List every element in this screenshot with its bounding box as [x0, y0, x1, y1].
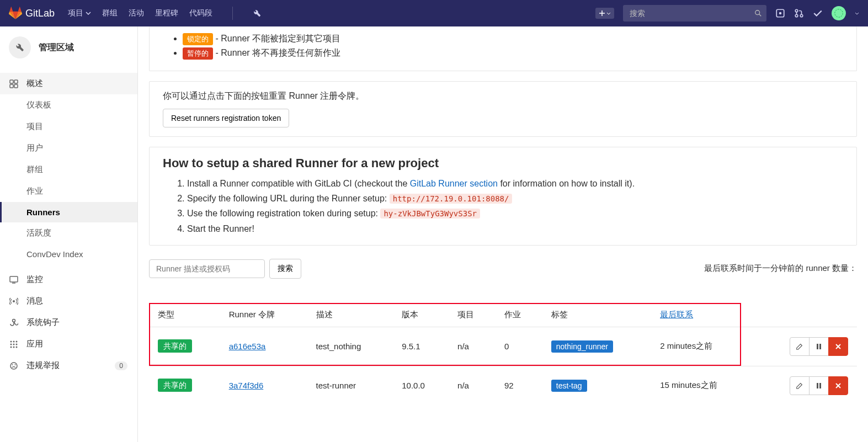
- runner-desc: test_nothing: [307, 327, 393, 366]
- sidebar-title: 管理区域: [39, 42, 74, 54]
- sidebar-apps[interactable]: 应用: [0, 333, 137, 355]
- svg-rect-26: [817, 344, 818, 349]
- nav-snippets[interactable]: 代码段: [189, 8, 212, 18]
- sidebar-jobs[interactable]: 作业: [0, 180, 137, 202]
- svg-point-18: [13, 343, 15, 345]
- pause-button[interactable]: [809, 376, 829, 395]
- sidebar-convdev[interactable]: ConvDev Index: [0, 244, 137, 264]
- sidebar-activity[interactable]: 活跃度: [0, 222, 137, 244]
- svg-point-5: [800, 14, 803, 17]
- svg-point-2: [779, 12, 782, 15]
- issues-icon[interactable]: [775, 8, 785, 18]
- runners-table: 类型 Runner 令牌 描述 版本 项目 作业 标签 最后联系 共享的 a61…: [149, 303, 857, 405]
- hook-icon: [9, 318, 19, 327]
- filter-row: 搜索 最后联系时间于一分钟前的 runner 数量：: [149, 259, 857, 279]
- svg-point-0: [755, 10, 760, 15]
- sidebar-projects[interactable]: 项目: [0, 116, 137, 137]
- pencil-icon: [796, 343, 803, 350]
- edit-button[interactable]: [790, 376, 810, 395]
- runner-last: 15 minutes之前: [651, 366, 753, 405]
- pause-icon: [816, 382, 822, 389]
- abuse-badge: 0: [115, 361, 127, 370]
- gitlab-logo[interactable]: GitLab: [9, 7, 55, 20]
- th-desc: 描述: [307, 303, 393, 327]
- svg-point-21: [13, 346, 15, 348]
- runner-jobs: 0: [496, 327, 542, 366]
- howto-step3: Use the following registration token dur…: [187, 206, 843, 221]
- todos-icon[interactable]: [813, 8, 823, 18]
- sidebar-overview[interactable]: 概述: [0, 73, 137, 94]
- abuse-icon: [9, 361, 19, 370]
- svg-point-25: [15, 364, 16, 365]
- svg-rect-7: [10, 80, 13, 83]
- reset-text: 你可以通过点击下面的按钮重置 Runner 注册令牌。: [163, 90, 843, 102]
- nav-projects[interactable]: 项目: [68, 8, 91, 18]
- edit-button[interactable]: [790, 337, 810, 356]
- close-icon: [835, 343, 842, 350]
- runner-last: 2 minutes之前: [651, 327, 753, 366]
- new-button[interactable]: [595, 8, 614, 19]
- delete-button[interactable]: [828, 337, 848, 356]
- sidebar-messages[interactable]: 消息: [0, 290, 137, 312]
- apps-icon: [9, 340, 19, 349]
- svg-point-23: [10, 363, 17, 369]
- svg-rect-11: [10, 276, 18, 282]
- nav-milestones[interactable]: 里程碑: [155, 8, 178, 18]
- svg-point-17: [10, 343, 12, 345]
- runner-tag: nothing_runner: [551, 340, 613, 353]
- wrench-icon: [9, 36, 31, 58]
- admin-wrench-icon[interactable]: [253, 9, 262, 18]
- sidebar-groups[interactable]: 群组: [0, 159, 137, 180]
- chevron-down-icon: [86, 12, 91, 15]
- table-row: 共享的 a616e53a test_nothing 9.5.1 n/a 0 no…: [149, 327, 857, 366]
- status-legend-card: 锁定的 - Runner 不能被指定到其它项目 暂停的 - Runner 将不再…: [149, 26, 857, 71]
- user-avatar[interactable]: [832, 6, 846, 20]
- sidebar-monitor[interactable]: 监控: [0, 269, 137, 290]
- pencil-icon: [796, 382, 803, 390]
- reset-token-button[interactable]: Reset runners registration token: [163, 109, 289, 127]
- th-tags: 标签: [542, 303, 651, 327]
- howto-step4: Start the Runner!: [187, 221, 843, 236]
- runner-token-link[interactable]: 3a74f3d6: [229, 381, 264, 390]
- runner-token-link[interactable]: a616e53a: [229, 342, 266, 351]
- svg-point-19: [16, 343, 18, 345]
- runner-version: 9.5.1: [393, 327, 449, 366]
- howto-card: How to setup a shared Runner for a new p…: [149, 147, 857, 246]
- search-input[interactable]: [623, 5, 766, 22]
- table-row: 共享的 3a74f3d6 test-runner 10.0.0 n/a 92 t…: [149, 366, 857, 405]
- th-last[interactable]: 最后联系: [651, 303, 753, 327]
- svg-point-14: [10, 340, 12, 342]
- svg-point-16: [16, 340, 18, 342]
- filter-input[interactable]: [149, 259, 265, 278]
- filter-search-button[interactable]: 搜索: [269, 259, 301, 279]
- th-type: 类型: [149, 303, 220, 327]
- runner-section-link[interactable]: GitLab Runner section: [410, 179, 498, 188]
- sidebar-hooks[interactable]: 系统钩子: [0, 312, 137, 333]
- svg-rect-9: [10, 84, 13, 88]
- th-jobs: 作业: [496, 303, 542, 327]
- sidebar-abuse[interactable]: 违规举报 0: [0, 355, 137, 376]
- broadcast-icon: [9, 297, 19, 306]
- th-version: 版本: [393, 303, 449, 327]
- sidebar-dashboard[interactable]: 仪表板: [0, 94, 137, 116]
- pause-button[interactable]: [809, 337, 829, 356]
- close-icon: [835, 382, 842, 389]
- header-right: [595, 5, 859, 22]
- chevron-down-icon: [606, 12, 611, 15]
- runner-projects: n/a: [449, 327, 496, 366]
- plus-icon: [599, 10, 605, 17]
- svg-point-24: [12, 364, 13, 365]
- runner-projects: n/a: [449, 366, 496, 405]
- delete-button[interactable]: [828, 376, 848, 395]
- svg-point-15: [13, 340, 15, 342]
- nav-activity[interactable]: 活动: [129, 8, 144, 18]
- pause-icon: [816, 343, 822, 350]
- sidebar-users[interactable]: 用户: [0, 137, 137, 159]
- search-icon: [754, 9, 762, 17]
- merge-requests-icon[interactable]: [794, 8, 804, 18]
- legend-paused: 暂停的 - Runner 将不再接受任何新作业: [183, 47, 843, 60]
- nav-links: 项目 群组 活动 里程碑 代码段: [68, 7, 262, 20]
- nav-groups[interactable]: 群组: [102, 8, 118, 18]
- reset-token-card: 你可以通过点击下面的按钮重置 Runner 注册令牌。 Reset runner…: [149, 81, 857, 137]
- sidebar-runners[interactable]: Runners: [0, 202, 137, 222]
